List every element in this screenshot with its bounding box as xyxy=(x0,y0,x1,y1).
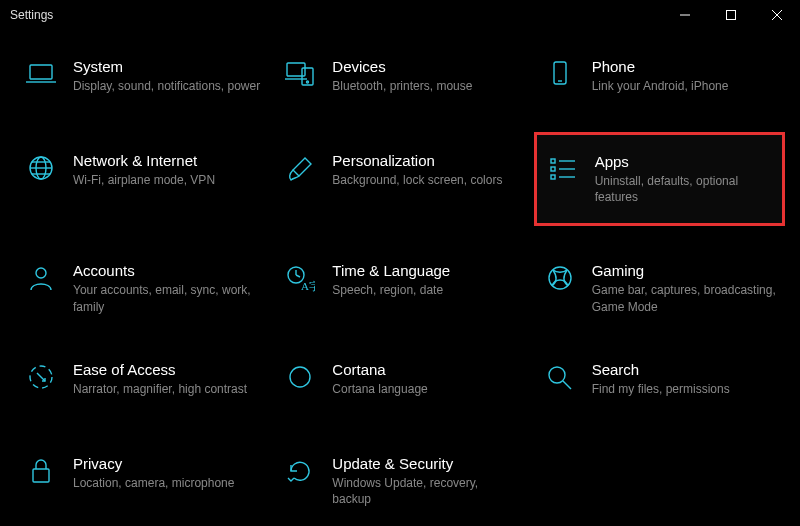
tile-desc: Find my files, permissions xyxy=(592,381,779,397)
devices-icon xyxy=(280,58,320,88)
window-title: Settings xyxy=(10,8,53,22)
tile-title: Time & Language xyxy=(332,262,519,279)
tile-title: Update & Security xyxy=(332,455,519,472)
tile-desc: Background, lock screen, colors xyxy=(332,172,519,188)
tile-desc: Bluetooth, printers, mouse xyxy=(332,78,519,94)
tile-text: PrivacyLocation, camera, microphone xyxy=(61,455,260,491)
tile-desc: Wi-Fi, airplane mode, VPN xyxy=(73,172,260,188)
tile-text: Time & LanguageSpeech, region, date xyxy=(320,262,519,298)
maximize-button[interactable] xyxy=(708,0,754,30)
tile-text: SystemDisplay, sound, notifications, pow… xyxy=(61,58,260,94)
xbox-icon xyxy=(540,262,580,292)
tile-desc: Uninstall, defaults, optional features xyxy=(595,173,776,205)
tile-desc: Windows Update, recovery, backup xyxy=(332,475,519,507)
window-controls xyxy=(662,0,800,30)
tile-desc: Narrator, magnifier, high contrast xyxy=(73,381,260,397)
tile-title: Apps xyxy=(595,153,776,170)
tile-text: GamingGame bar, captures, broadcasting, … xyxy=(580,262,779,314)
tile-phone[interactable]: PhoneLink your Android, iPhone xyxy=(534,48,785,116)
minimize-icon xyxy=(680,10,690,20)
close-icon xyxy=(772,10,782,20)
phone-icon xyxy=(540,58,580,88)
tile-title: Devices xyxy=(332,58,519,75)
tile-desc: Game bar, captures, broadcasting, Game M… xyxy=(592,282,779,314)
update-icon xyxy=(280,455,320,485)
tile-title: Network & Internet xyxy=(73,152,260,169)
time-language-icon xyxy=(280,262,320,292)
svg-rect-1 xyxy=(727,11,736,20)
tile-text: PhoneLink your Android, iPhone xyxy=(580,58,779,94)
settings-grid: SystemDisplay, sound, notifications, pow… xyxy=(0,30,800,526)
ease-access-icon xyxy=(21,361,61,391)
tile-text: CortanaCortana language xyxy=(320,361,519,397)
tile-title: Privacy xyxy=(73,455,260,472)
search-icon xyxy=(540,361,580,391)
close-button[interactable] xyxy=(754,0,800,30)
tile-title: Gaming xyxy=(592,262,779,279)
cortana-icon xyxy=(280,361,320,391)
tile-accounts[interactable]: AccountsYour accounts, email, sync, work… xyxy=(15,252,266,324)
maximize-icon xyxy=(726,10,736,20)
tile-system[interactable]: SystemDisplay, sound, notifications, pow… xyxy=(15,48,266,116)
tile-title: Ease of Access xyxy=(73,361,260,378)
tile-desc: Link your Android, iPhone xyxy=(592,78,779,94)
minimize-button[interactable] xyxy=(662,0,708,30)
person-icon xyxy=(21,262,61,292)
paintbrush-icon xyxy=(280,152,320,182)
tile-text: Update & SecurityWindows Update, recover… xyxy=(320,455,519,507)
tile-time[interactable]: Time & LanguageSpeech, region, date xyxy=(274,252,525,324)
tile-privacy[interactable]: PrivacyLocation, camera, microphone xyxy=(15,445,266,517)
globe-icon xyxy=(21,152,61,182)
tile-devices[interactable]: DevicesBluetooth, printers, mouse xyxy=(274,48,525,116)
tile-text: Network & InternetWi-Fi, airplane mode, … xyxy=(61,152,260,188)
tile-gaming[interactable]: GamingGame bar, captures, broadcasting, … xyxy=(534,252,785,324)
apps-list-icon xyxy=(543,153,583,183)
tile-desc: Location, camera, microphone xyxy=(73,475,260,491)
tile-desc: Display, sound, notifications, power xyxy=(73,78,260,94)
tile-desc: Speech, region, date xyxy=(332,282,519,298)
tile-text: AccountsYour accounts, email, sync, work… xyxy=(61,262,260,314)
tile-text: Ease of AccessNarrator, magnifier, high … xyxy=(61,361,260,397)
tile-search[interactable]: SearchFind my files, permissions xyxy=(534,351,785,419)
tile-network[interactable]: Network & InternetWi-Fi, airplane mode, … xyxy=(15,142,266,226)
tile-desc: Your accounts, email, sync, work, family xyxy=(73,282,260,314)
laptop-icon xyxy=(21,58,61,88)
tile-ease[interactable]: Ease of AccessNarrator, magnifier, high … xyxy=(15,351,266,419)
tile-personalization[interactable]: PersonalizationBackground, lock screen, … xyxy=(274,142,525,226)
tile-text: DevicesBluetooth, printers, mouse xyxy=(320,58,519,94)
tile-apps[interactable]: AppsUninstall, defaults, optional featur… xyxy=(534,132,785,226)
tile-text: SearchFind my files, permissions xyxy=(580,361,779,397)
tile-title: System xyxy=(73,58,260,75)
tile-title: Search xyxy=(592,361,779,378)
tile-cortana[interactable]: CortanaCortana language xyxy=(274,351,525,419)
tile-title: Cortana xyxy=(332,361,519,378)
titlebar: Settings xyxy=(0,0,800,30)
lock-icon xyxy=(21,455,61,485)
tile-title: Personalization xyxy=(332,152,519,169)
tile-text: AppsUninstall, defaults, optional featur… xyxy=(583,153,776,205)
tile-update[interactable]: Update & SecurityWindows Update, recover… xyxy=(274,445,525,517)
tile-text: PersonalizationBackground, lock screen, … xyxy=(320,152,519,188)
tile-desc: Cortana language xyxy=(332,381,519,397)
tile-title: Accounts xyxy=(73,262,260,279)
tile-title: Phone xyxy=(592,58,779,75)
